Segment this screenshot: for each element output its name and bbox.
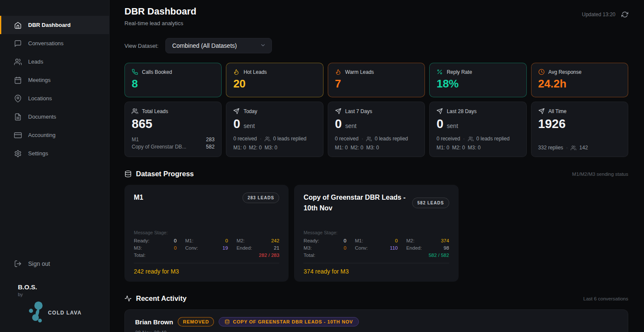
section-note: Last 6 conversations [583, 296, 628, 301]
sidebar-item-label: Locations [28, 95, 52, 102]
stat-label: Avg Response [549, 69, 582, 75]
stat-value: 20 [233, 77, 316, 90]
stage-value: 19 [222, 245, 228, 250]
dataset-name: M1 [134, 192, 237, 203]
recent-activity-header: Recent Activity Last 6 conversations [124, 294, 628, 303]
stat-label: Reply Rate [447, 69, 472, 75]
summary-meta: 332 replies · 142 [538, 145, 621, 151]
dataset-select[interactable]: Combined (All Datasets) [165, 38, 272, 53]
users-icon [571, 145, 576, 151]
summary-value: 0 [436, 117, 443, 131]
sidebar-item-label: DBR Dashboard [28, 22, 71, 28]
sidebar-item-documents[interactable]: Documents [0, 108, 109, 126]
document-icon [14, 113, 22, 121]
stage-value: 0 [225, 238, 228, 243]
stage-m1: M1:0 [185, 238, 228, 243]
breakdown-value: 582 [206, 143, 214, 151]
sidebar-item-dbr-dashboard[interactable]: DBR Dashboard [0, 16, 109, 34]
sign-out-button[interactable]: Sign out [0, 255, 109, 272]
stage-value: 0 [344, 238, 346, 243]
send-icon [538, 108, 545, 114]
flame-icon [335, 69, 341, 75]
logout-icon [14, 260, 22, 268]
stage-label: M3: [303, 245, 312, 250]
stage-label: Ended: [237, 245, 252, 250]
stage-label: Conv: [355, 245, 368, 250]
stage-m2: M2:374 [406, 238, 449, 243]
summary-card-last-7-days: Last 7 Days 0sent 0 received · 0 leads r… [328, 102, 425, 157]
dot-separator: · [463, 136, 465, 142]
dataset-badge: COPY OF GREENSTAR DBR LEADS - 10TH NOV [219, 317, 359, 326]
stage-value: 98 [444, 245, 449, 250]
stage-total: Total:282 / 283 [134, 253, 279, 258]
sidebar-item-settings[interactable]: Settings [0, 144, 109, 163]
stage-value: 374 [441, 238, 449, 243]
breakdown-value: 283 [206, 136, 214, 143]
summary-value: 0 [233, 117, 240, 131]
message-stage-grid: Ready:0 M1:0 M2:374 M3:0 Conv:110 Ended:… [303, 238, 449, 258]
stage-label: M1: [185, 238, 193, 243]
stage-label: Conv: [185, 245, 198, 250]
percent-icon [436, 69, 443, 75]
breakdown-row: M1283 [132, 136, 214, 143]
stage-label: Total: [303, 253, 315, 258]
divider [134, 263, 279, 263]
sidebar-item-locations[interactable]: Locations [0, 89, 109, 108]
sidebar-item-label: Conversations [28, 40, 64, 47]
dataset-badge-label: COPY OF GREENSTAR DBR LEADS - 10TH NOV [233, 319, 353, 324]
stat-card-reply-rate: Reply Rate 18% [429, 63, 526, 97]
replied-count: 142 [579, 145, 588, 151]
phone-icon [132, 69, 138, 75]
sign-out-label: Sign out [28, 260, 50, 267]
sidebar-item-label: Accounting [28, 132, 55, 138]
stage-label: M2: [406, 238, 414, 243]
activity-item-brian-brown[interactable]: Brian Brown REMOVED COPY OF GREENSTAR DB… [124, 309, 628, 332]
dataset-filter-label: View Dataset: [124, 43, 159, 49]
stage-m1: M1:0 [355, 238, 398, 243]
stage-label: Ended: [406, 245, 422, 250]
brand-block: B.O.S. by COLD LAVA [0, 283, 109, 332]
gear-icon [14, 150, 22, 157]
page-title: DBR Dashboard [124, 6, 196, 17]
dataset-card-greenstar-copy: Copy of Greenstar DBR Leads - 10th Nov 5… [294, 185, 458, 282]
section-note: M1/M2/M3 sending status [572, 172, 628, 177]
sidebar-item-accounting[interactable]: Accounting [0, 126, 109, 144]
summary-label: All Time [549, 108, 567, 114]
summary-label: Last 7 Days [345, 108, 372, 114]
summary-label: Today [243, 108, 257, 114]
updated-label: Updated 13:20 [582, 12, 615, 17]
activity-timestamp: 29 Nov, 20:40 [135, 330, 618, 332]
stat-card-hot-leads: Hot Leads 20 [226, 63, 323, 97]
dataset-card-m1: M1 283 LEADS Message Stage: Ready:0 M1:0… [124, 185, 289, 282]
summary-value: 1926 [538, 117, 566, 131]
sidebar-item-meetings[interactable]: Meetings [0, 71, 109, 89]
stat-card-warm-leads: Warm Leads 7 [328, 63, 425, 97]
status-badge: REMOVED [178, 317, 214, 326]
stage-counts: M1: 0 M2: 0 M3: 0 [233, 145, 316, 151]
stage-total-value: 282 / 283 [259, 253, 279, 258]
ready-for-m3-note: 242 ready for M3 [134, 268, 279, 275]
sidebar-item-leads[interactable]: Leads [0, 52, 109, 71]
clock-icon [538, 69, 545, 75]
leads-count-badge: 582 LEADS [412, 198, 449, 208]
brand-by: by [0, 292, 109, 297]
stage-value: 110 [390, 245, 398, 250]
summary-value: 0 [335, 117, 342, 131]
summary-label: Last 28 Days [447, 108, 477, 114]
stage-value: 0 [174, 245, 176, 250]
breakdown-name: Copy of Greenstar DB... [132, 143, 186, 151]
stat-card-calls-booked: Calls Booked 8 [124, 63, 222, 97]
sidebar-spacer [0, 163, 109, 255]
dot-separator: · [361, 136, 363, 142]
stage-value: 21 [274, 245, 280, 250]
main-content: DBR Dashboard Real-time lead analytics U… [110, 0, 644, 332]
sidebar-item-conversations[interactable]: Conversations [0, 34, 109, 52]
message-stage-label: Message Stage: [303, 230, 449, 235]
stat-card-grid: Calls Booked 8 Hot Leads 20 Warm Leads 7… [124, 63, 628, 97]
stage-conv: Conv:110 [355, 245, 398, 250]
lead-name: Brian Brown [135, 318, 173, 326]
refresh-icon[interactable] [621, 11, 628, 18]
section-title: Recent Activity [136, 294, 187, 303]
stage-total: Total:582 / 582 [303, 253, 449, 258]
stage-m3: M3:0 [134, 245, 176, 250]
